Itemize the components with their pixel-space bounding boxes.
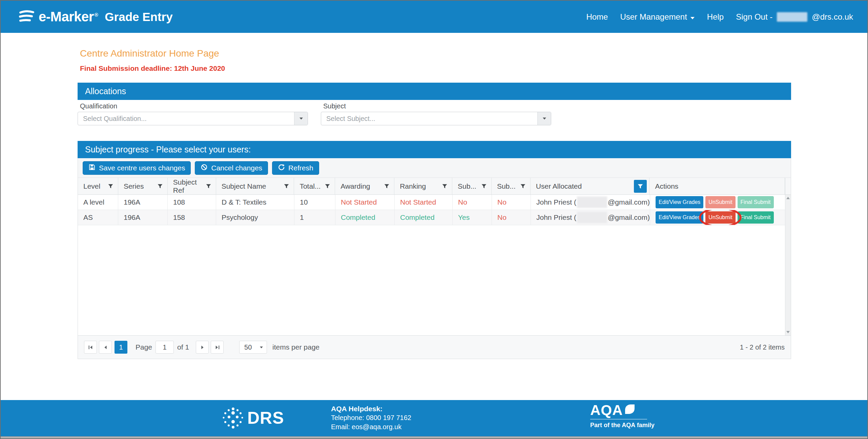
main-content: Centre Administrator Home Page Final Sub… xyxy=(78,48,791,359)
scrollbar-header-spacer xyxy=(785,178,791,194)
page-app-title: Grade Entry xyxy=(105,10,172,24)
cell-total: 1 xyxy=(294,210,335,225)
grid-header-row: Level Series Subject Ref Subject Name xyxy=(78,178,791,195)
unsubmit-button[interactable]: UnSubmit xyxy=(705,211,735,224)
save-icon xyxy=(88,164,96,172)
refresh-icon xyxy=(278,164,285,172)
cell-actions: Edit/View Grades UnSubmit Final Submit xyxy=(650,195,786,210)
grid-body: A level 196A 108 D & T: Textiles 10 Not … xyxy=(78,195,791,335)
edit-view-grades-button[interactable]: Edit/View Grades xyxy=(656,211,703,224)
pager-summary: 1 - 2 of 2 items xyxy=(740,343,785,351)
deadline-notice: Final Submission deadline: 12th June 202… xyxy=(80,64,791,72)
cell-awarding-status: Completed xyxy=(335,210,395,225)
items-per-page-label: items per page xyxy=(272,343,319,351)
emarker-logo-icon xyxy=(18,9,35,26)
column-header-total: Total... xyxy=(294,178,335,194)
active-filter-icon[interactable] xyxy=(634,180,647,193)
page-number-input[interactable] xyxy=(156,341,174,354)
subject-placeholder: Select Subject... xyxy=(321,115,375,123)
aqa-tagline: Part of the AQA family xyxy=(590,422,655,429)
helpdesk-title: AQA Helpdesk: xyxy=(331,404,411,413)
page-count-label: of 1 xyxy=(177,343,189,351)
table-row[interactable]: AS 196A 158 Psychology 1 Completed Compl… xyxy=(78,210,786,225)
filter-icon[interactable] xyxy=(442,183,448,189)
column-header-awarding: Awarding xyxy=(335,178,394,194)
cell-submitted-2: No xyxy=(492,210,531,225)
filter-icon[interactable] xyxy=(384,183,390,189)
filter-icon[interactable] xyxy=(157,183,163,189)
column-header-submitted: Sub... xyxy=(452,178,492,194)
cancel-icon xyxy=(201,164,208,172)
subject-progress-grid: Save centre users changes Cancel changes xyxy=(78,158,791,359)
filter-icon[interactable] xyxy=(284,183,289,189)
subject-dropdown[interactable]: Select Subject... xyxy=(321,112,551,125)
column-header-subject-ref: Subject Ref xyxy=(168,178,216,194)
cancel-changes-button[interactable]: Cancel changes xyxy=(195,161,268,175)
cell-subject-name: D & T: Textiles xyxy=(216,195,294,210)
column-header-level: Level xyxy=(78,178,118,194)
aqa-logo: AQA Part of the AQA family xyxy=(590,403,655,429)
next-page-button[interactable] xyxy=(196,341,209,354)
vertical-scrollbar[interactable] xyxy=(785,195,791,335)
divider xyxy=(590,419,647,419)
scroll-up-icon[interactable] xyxy=(786,197,790,199)
subject-progress-panel-header: Subject progress - Please select your us… xyxy=(78,141,791,158)
final-submit-button-disabled[interactable]: Final Submit xyxy=(738,196,774,208)
edit-view-grades-button[interactable]: Edit/View Grades xyxy=(656,196,703,208)
helpdesk-info: AQA Helpdesk: Telephone: 0800 197 7162 E… xyxy=(331,404,411,432)
final-submit-button[interactable]: Final Submit xyxy=(738,211,774,224)
cell-user-allocated: John Priest ( @gmail.com) xyxy=(531,195,650,210)
table-row[interactable]: A level 196A 108 D & T: Textiles 10 Not … xyxy=(78,195,786,210)
page-label: Page xyxy=(136,343,152,351)
last-page-button[interactable] xyxy=(211,341,224,354)
previous-page-button[interactable] xyxy=(99,341,112,354)
qualification-label: Qualification xyxy=(80,102,308,110)
nav-home[interactable]: Home xyxy=(586,12,608,22)
first-page-button[interactable] xyxy=(84,341,97,354)
page-title: Centre Administrator Home Page xyxy=(80,48,791,59)
nav-sign-out[interactable]: Sign Out - @drs.co.uk xyxy=(736,12,853,22)
scroll-down-icon[interactable] xyxy=(786,331,790,333)
nav-user-management[interactable]: User Management xyxy=(620,12,695,22)
filter-icon[interactable] xyxy=(325,183,330,189)
drs-logo-text: DRS xyxy=(247,408,284,428)
filter-icon[interactable] xyxy=(481,183,487,189)
grid-pager: 1 Page of 1 50 items per page 1 xyxy=(78,335,791,359)
data-grid: Level Series Subject Ref Subject Name xyxy=(78,178,791,359)
drs-dots-icon xyxy=(221,406,245,430)
chevron-down-icon xyxy=(690,12,695,22)
nav-help[interactable]: Help xyxy=(707,12,724,22)
app-window: e-Marker® Grade Entry Home User Manageme… xyxy=(0,0,868,439)
aqa-logo-text: AQA xyxy=(590,403,623,417)
cell-series: 196A xyxy=(118,210,168,225)
redacted-username xyxy=(777,12,807,22)
aqa-leaf-icon xyxy=(624,403,636,415)
refresh-button[interactable]: Refresh xyxy=(272,161,319,175)
qualification-dropdown[interactable]: Select Qualification... xyxy=(78,112,308,125)
current-page-button[interactable]: 1 xyxy=(115,341,127,354)
dropdown-arrow-icon[interactable] xyxy=(537,112,551,125)
prev-page-icon xyxy=(103,345,108,350)
filter-icon[interactable] xyxy=(108,183,113,189)
save-centre-users-button[interactable]: Save centre users changes xyxy=(83,161,191,175)
redacted-email xyxy=(577,212,607,223)
registered-mark: ® xyxy=(95,12,98,18)
filter-icon[interactable] xyxy=(520,183,526,189)
cell-ranking-status: Not Started xyxy=(395,195,453,210)
cell-series: 196A xyxy=(118,195,168,210)
filter-icon[interactable] xyxy=(206,183,211,189)
allocations-panel-header: Allocations xyxy=(78,83,791,100)
column-header-user-allocated: User Allocated xyxy=(531,178,650,194)
grid-toolbar: Save centre users changes Cancel changes xyxy=(78,158,791,178)
main-nav: Home User Management Help Sign Out - @dr… xyxy=(586,12,853,22)
page-footer: DRS AQA Helpdesk: Telephone: 0800 197 71… xyxy=(1,400,867,436)
top-nav-bar: e-Marker® Grade Entry Home User Manageme… xyxy=(1,1,867,33)
qualification-placeholder: Select Qualification... xyxy=(78,115,147,123)
cell-subject-ref: 158 xyxy=(168,210,216,225)
column-header-actions: Actions xyxy=(649,178,785,194)
unsubmit-button-disabled[interactable]: UnSubmit xyxy=(705,196,735,208)
dropdown-arrow-icon[interactable] xyxy=(294,112,308,125)
cell-submitted-2: No xyxy=(492,195,531,210)
cell-subject-ref: 108 xyxy=(168,195,216,210)
page-size-select[interactable]: 50 xyxy=(239,341,267,354)
